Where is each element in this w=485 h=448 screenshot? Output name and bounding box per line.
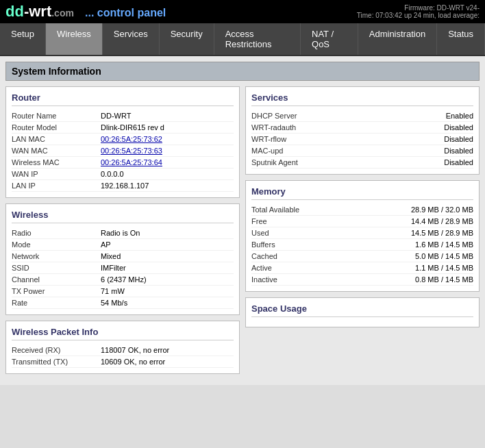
services-title: Services bbox=[251, 92, 473, 106]
logo-cp: ... control panel bbox=[85, 7, 166, 18]
content-grid: Router Router Name DD-WRT Router Model D… bbox=[5, 86, 480, 379]
logo: dd-wrt.com ... control panel bbox=[5, 3, 166, 21]
nav-setup[interactable]: Setup bbox=[0, 23, 46, 55]
wireless-box: Wireless Radio Radio is On Mode AP Netwo… bbox=[5, 203, 240, 315]
total-available-value: 28.9 MB / 32.0 MB bbox=[411, 206, 473, 214]
router-title: Router bbox=[12, 92, 234, 106]
list-item: WRT-rflow Disabled bbox=[251, 134, 473, 145]
buffers-label: Buffers bbox=[251, 240, 275, 249]
list-item: Total Available 28.9 MB / 32.0 MB bbox=[251, 204, 473, 216]
nav-administration[interactable]: Administration bbox=[358, 23, 437, 55]
header: dd-wrt.com ... control panel Firmware: D… bbox=[0, 0, 485, 23]
wrt-radauth-status: Disabled bbox=[444, 123, 473, 132]
channel-label: Channel bbox=[12, 275, 101, 284]
table-row: LAN IP 192.168.1.107 bbox=[12, 180, 234, 192]
table-row: WAN IP 0.0.0.0 bbox=[12, 169, 234, 180]
router-model-label: Router Model bbox=[12, 123, 101, 132]
mac-upd-label: MAC-upd bbox=[251, 147, 283, 155]
table-row: Mode AP bbox=[12, 239, 234, 251]
dhcp-server-status: Enabled bbox=[446, 112, 473, 120]
dhcp-server-label: DHCP Server bbox=[251, 112, 297, 120]
space-usage-title: Space Usage bbox=[251, 303, 473, 317]
table-row: TX Power 71 mW bbox=[12, 286, 234, 297]
list-item: Used 14.5 MB / 28.9 MB bbox=[251, 227, 473, 239]
tx-power-label: TX Power bbox=[12, 287, 101, 295]
list-item: Free 14.4 MB / 28.9 MB bbox=[251, 216, 473, 227]
rate-value: 54 Mb/s bbox=[101, 299, 234, 307]
active-value: 1.1 MB / 14.5 MB bbox=[415, 264, 473, 272]
table-row: Network Mixed bbox=[12, 251, 234, 262]
tx-power-value: 71 mW bbox=[101, 287, 234, 295]
wrt-rflow-status: Disabled bbox=[444, 135, 473, 143]
nav-wireless[interactable]: Wireless bbox=[46, 23, 103, 55]
free-value: 14.4 MB / 28.9 MB bbox=[411, 217, 473, 225]
mode-label: Mode bbox=[12, 240, 101, 249]
router-box: Router Router Name DD-WRT Router Model D… bbox=[5, 86, 240, 198]
wrt-rflow-label: WRT-rflow bbox=[251, 135, 286, 143]
sputnik-agent-status: Disabled bbox=[444, 158, 473, 166]
wan-mac-label: WAN MAC bbox=[12, 147, 101, 155]
nav-access-restrictions[interactable]: Access Restrictions bbox=[214, 23, 301, 55]
table-row: LAN MAC 00:26:5A:25:73:62 bbox=[12, 134, 234, 145]
logo-dd: dd bbox=[5, 3, 24, 20]
wrt-radauth-label: WRT-radauth bbox=[251, 123, 296, 132]
table-row: SSID IMFilter bbox=[12, 262, 234, 274]
nav-security[interactable]: Security bbox=[160, 23, 214, 55]
channel-value: 6 (2437 MHz) bbox=[101, 275, 234, 284]
table-row: Received (RX) 118007 OK, no error bbox=[12, 345, 234, 356]
router-name-value: DD-WRT bbox=[101, 112, 234, 120]
used-label: Used bbox=[251, 229, 269, 237]
router-model-value: Dlink-DIR615 rev d bbox=[101, 123, 234, 132]
radio-value: Radio is On bbox=[101, 229, 234, 237]
mode-value: AP bbox=[101, 240, 234, 249]
lan-ip-label: LAN IP bbox=[12, 182, 101, 190]
router-name-label: Router Name bbox=[12, 112, 101, 120]
memory-box: Memory Total Available 28.9 MB / 32.0 MB… bbox=[245, 180, 480, 292]
list-item: Inactive 0.8 MB / 14.5 MB bbox=[251, 274, 473, 286]
lan-mac-value: 00:26:5A:25:73:62 bbox=[101, 135, 234, 143]
list-item: DHCP Server Enabled bbox=[251, 110, 473, 122]
firmware-time: Time: 07:03:42 up 24 min, load average: bbox=[357, 12, 480, 19]
nav-status[interactable]: Status bbox=[437, 23, 485, 55]
lan-mac-link[interactable]: 00:26:5A:25:73:62 bbox=[101, 135, 162, 143]
list-item: Active 1.1 MB / 14.5 MB bbox=[251, 262, 473, 274]
table-row: Router Name DD-WRT bbox=[12, 110, 234, 122]
table-row: Radio Radio is On bbox=[12, 227, 234, 239]
wireless-title: Wireless bbox=[12, 210, 234, 223]
rx-label: Received (RX) bbox=[12, 346, 101, 354]
total-available-label: Total Available bbox=[251, 206, 299, 214]
list-item: WRT-radauth Disabled bbox=[251, 122, 473, 134]
wireless-mac-value: 00:26:5A:25:73:64 bbox=[101, 158, 234, 166]
active-label: Active bbox=[251, 264, 272, 272]
list-item: Cached 5.0 MB / 14.5 MB bbox=[251, 251, 473, 262]
ssid-value: IMFilter bbox=[101, 264, 234, 272]
nav-services[interactable]: Services bbox=[103, 23, 160, 55]
mac-upd-status: Disabled bbox=[444, 147, 473, 155]
lan-mac-label: LAN MAC bbox=[12, 135, 101, 143]
wan-mac-link[interactable]: 00:26:5A:25:73:63 bbox=[101, 147, 162, 155]
tx-label: Transmitted (TX) bbox=[12, 358, 101, 366]
main-content: System Information Router Router Name DD… bbox=[0, 56, 485, 385]
lan-ip-value: 192.168.1.107 bbox=[101, 182, 234, 190]
wan-mac-value: 00:26:5A:25:73:63 bbox=[101, 147, 234, 155]
firmware-info: Firmware: DD-WRT v24- Time: 07:03:42 up … bbox=[357, 4, 480, 19]
logo-com: .com bbox=[51, 8, 74, 18]
nav-nat-qos[interactable]: NAT / QoS bbox=[301, 23, 358, 55]
list-item: Buffers 1.6 MB / 14.5 MB bbox=[251, 239, 473, 251]
inactive-value: 0.8 MB / 14.5 MB bbox=[415, 275, 473, 284]
table-row: Transmitted (TX) 10609 OK, no error bbox=[12, 356, 234, 368]
free-label: Free bbox=[251, 217, 267, 225]
table-row: Router Model Dlink-DIR615 rev d bbox=[12, 122, 234, 134]
wan-ip-label: WAN IP bbox=[12, 170, 101, 178]
table-row: WAN MAC 00:26:5A:25:73:63 bbox=[12, 145, 234, 157]
wireless-mac-link[interactable]: 00:26:5A:25:73:64 bbox=[101, 158, 162, 166]
tx-value: 10609 OK, no error bbox=[101, 358, 234, 366]
ssid-label: SSID bbox=[12, 264, 101, 272]
wan-ip-value: 0.0.0.0 bbox=[101, 170, 234, 178]
wireless-mac-label: Wireless MAC bbox=[12, 158, 101, 166]
space-usage-box: Space Usage bbox=[245, 297, 480, 327]
list-item: Sputnik Agent Disabled bbox=[251, 157, 473, 169]
sputnik-agent-label: Sputnik Agent bbox=[251, 158, 298, 166]
buffers-value: 1.6 MB / 14.5 MB bbox=[415, 240, 473, 249]
radio-label: Radio bbox=[12, 229, 101, 237]
